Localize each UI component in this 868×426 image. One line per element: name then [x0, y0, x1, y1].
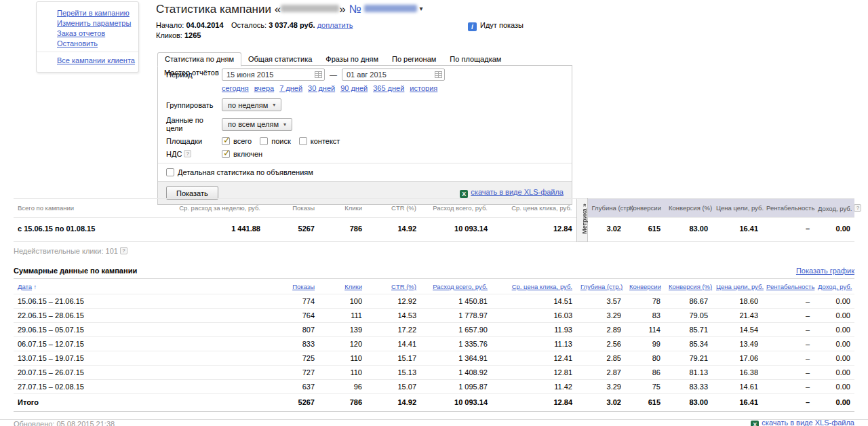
platform-checkbox-item[interactable]: контекст	[299, 137, 340, 145]
platforms-label: Площадки	[166, 137, 222, 145]
cell: 2.85	[576, 351, 625, 365]
period-quick-link[interactable]: история	[410, 84, 437, 92]
cell: 0.00	[814, 365, 854, 379]
cell: 85.34	[665, 336, 712, 351]
period-quick-link[interactable]: 365 дней	[373, 84, 404, 92]
platform-checkbox-label: поиск	[271, 137, 291, 145]
cell: 79.05	[665, 308, 712, 322]
help-icon[interactable]: ?	[184, 150, 191, 157]
sort-link[interactable]: Расход всего, руб.	[433, 283, 488, 290]
period-cell: 22.06.15 – 28.06.15	[14, 308, 217, 322]
cell: 85.71	[665, 322, 712, 336]
cell: 16.41	[712, 393, 762, 411]
sort-link[interactable]: Клики	[344, 283, 362, 290]
platform-checkbox-label: контекст	[311, 137, 340, 145]
vat-checkbox[interactable]	[222, 150, 230, 158]
report-tab[interactable]: По площадкам	[443, 53, 508, 66]
cell: –	[762, 308, 814, 322]
period-quick-link[interactable]: вчера	[254, 84, 274, 92]
cell: 21.43	[712, 308, 762, 322]
sort-link[interactable]: Конверсии	[629, 283, 661, 290]
cell: 18.60	[712, 294, 762, 308]
sort-link[interactable]: Конверсия (%)	[669, 283, 712, 290]
column-header: Конверсии	[625, 279, 665, 294]
cell: 14.51	[492, 294, 576, 308]
metrika-column-header: Доход, руб.?	[814, 199, 854, 218]
cell: 3.02	[587, 217, 625, 241]
vat-checkbox-item[interactable]: включен	[222, 150, 262, 158]
cell: –	[762, 379, 814, 393]
report-tab[interactable]: Фразы по дням	[319, 53, 385, 66]
goal-select[interactable]: по всем целям▾	[222, 118, 292, 131]
column-header: CTR (%)	[366, 279, 420, 294]
cell: 0.00	[814, 294, 854, 308]
calendar-icon[interactable]	[435, 71, 442, 78]
report-tab[interactable]: Статистика по дням	[157, 52, 241, 66]
cell: 764	[217, 308, 319, 322]
platform-checkbox[interactable]	[299, 137, 307, 145]
report-tab[interactable]: Мастер отчётов	[157, 66, 226, 79]
sort-link[interactable]: Ср. цена клика, руб.	[512, 283, 572, 290]
period-quick-link[interactable]: 90 дней	[340, 84, 368, 92]
date-from-input[interactable]	[222, 69, 325, 81]
show-chart-link[interactable]: Показать график	[796, 267, 854, 275]
period-quick-link[interactable]: сегодня	[222, 84, 249, 92]
sort-link[interactable]: Рентабельность	[766, 283, 814, 290]
table-row: 22.06.15 – 28.06.1576411114.531 778.9716…	[14, 308, 854, 322]
cell: 100	[319, 294, 366, 308]
cell: –	[762, 336, 814, 351]
calendar-icon[interactable]	[315, 71, 322, 78]
cell: –	[762, 393, 814, 411]
detail-stats-checkbox-item[interactable]: Детальная статистика по объявлениям	[166, 168, 313, 176]
date-to-input[interactable]	[342, 69, 445, 81]
sort-link-date[interactable]: Дата	[18, 283, 32, 290]
sidebar-link[interactable]: Заказ отчетов	[57, 29, 132, 37]
cell: 12.84	[492, 217, 576, 241]
vat-checkbox-label: включен	[233, 150, 262, 158]
column-header: Цена цели, руб.	[712, 279, 762, 294]
cell: 14.54	[712, 322, 762, 336]
cell: 727	[217, 365, 319, 379]
period-quick-link[interactable]: 7 дней	[279, 84, 302, 92]
report-tab[interactable]: Общая статистика	[241, 53, 319, 66]
summary-header-row: Дата ↑ПоказыКликиCTR (%)Расход всего, ру…	[14, 279, 854, 294]
sort-link[interactable]: CTR (%)	[391, 283, 416, 290]
summary-table: Дата ↑ПоказыКликиCTR (%)Расход всего, ру…	[14, 279, 854, 412]
sidebar-link[interactable]: Остановить	[57, 39, 132, 47]
cell: 14.61	[712, 379, 762, 393]
sort-link[interactable]: Цена цели, руб.	[716, 283, 764, 290]
help-icon[interactable]: ?	[120, 247, 127, 254]
summary-table-title: Суммарные данные по кампании	[14, 267, 137, 275]
cell: 86.67	[665, 294, 712, 308]
sort-link[interactable]: Глубина (стр.)	[580, 283, 623, 290]
cell: 14.41	[366, 336, 420, 351]
cell: 786	[319, 217, 366, 241]
platform-checkbox[interactable]	[260, 137, 268, 145]
total-row: Итого526778614.9210 093.1412.843.0261583…	[14, 393, 854, 411]
platform-checkbox-item[interactable]: поиск	[260, 137, 291, 145]
period-quick-link[interactable]: 30 дней	[308, 84, 335, 92]
download-xls-link[interactable]: скачать в виде XLS-файла	[471, 188, 564, 196]
page-title-text: Статистика кампании	[156, 3, 271, 16]
sidebar-link[interactable]: Перейти в кампанию	[57, 9, 132, 17]
campaign-dropdown-caret[interactable]: ▾	[419, 5, 422, 12]
report-tab[interactable]: По регионам	[385, 53, 443, 66]
group-select[interactable]: по неделям▾	[222, 98, 281, 111]
sidebar-link-all-campaigns[interactable]: Все кампании клиента	[57, 56, 132, 64]
cell: 2.89	[576, 322, 625, 336]
platform-checkbox[interactable]	[222, 137, 230, 145]
platform-checkbox-item[interactable]: всего	[222, 137, 252, 145]
metrika-toggle-tab[interactable]: Метрика »	[576, 199, 587, 242]
cell: 11.42	[492, 379, 576, 393]
total-label: Итого	[14, 393, 217, 411]
cell: 16.41	[712, 217, 762, 241]
sidebar-link[interactable]: Изменить параметры	[57, 19, 132, 27]
pay-link[interactable]: доплатить	[317, 21, 353, 29]
sort-link[interactable]: Показы	[292, 283, 315, 290]
quote-open: «	[275, 3, 281, 16]
detail-stats-checkbox[interactable]	[166, 168, 174, 176]
metrika-column-header: Конверсия (%)	[665, 199, 712, 218]
cell: 615	[625, 217, 665, 241]
sort-link[interactable]: Доход, руб.	[818, 283, 852, 290]
help-icon[interactable]: ?	[854, 204, 861, 212]
